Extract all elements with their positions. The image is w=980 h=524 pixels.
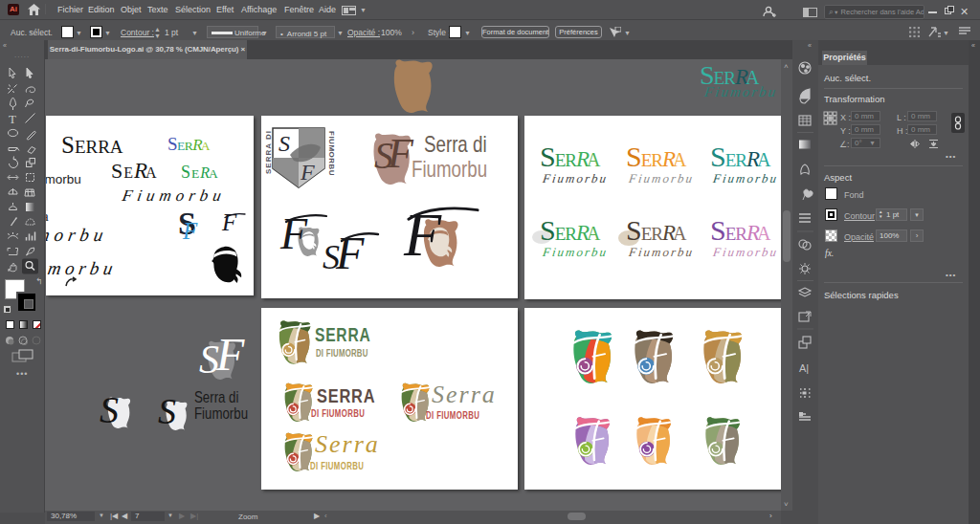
svg-text:F: F: [300, 160, 315, 185]
svg-text:S: S: [278, 131, 290, 156]
svg-text:T: T: [9, 112, 16, 126]
svg-text:A|: A|: [799, 362, 809, 374]
